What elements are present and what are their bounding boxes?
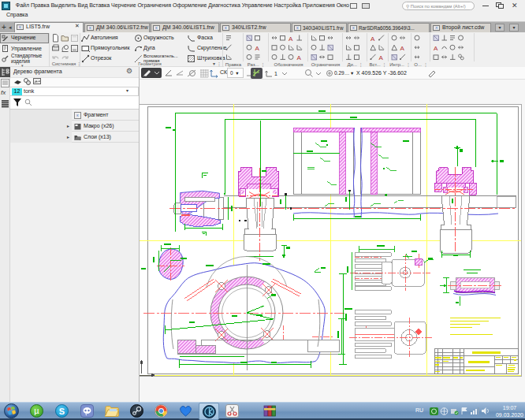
svg-text:A: A: [400, 45, 405, 52]
svg-text:1: 1: [274, 71, 277, 76]
svg-text:A: A: [379, 54, 384, 61]
svg-text:A: A: [297, 54, 302, 61]
svg-text:A: A: [370, 35, 375, 43]
svg-text:A: A: [289, 35, 293, 43]
svg-text:A: A: [434, 45, 438, 52]
svg-text:A: A: [255, 45, 260, 52]
